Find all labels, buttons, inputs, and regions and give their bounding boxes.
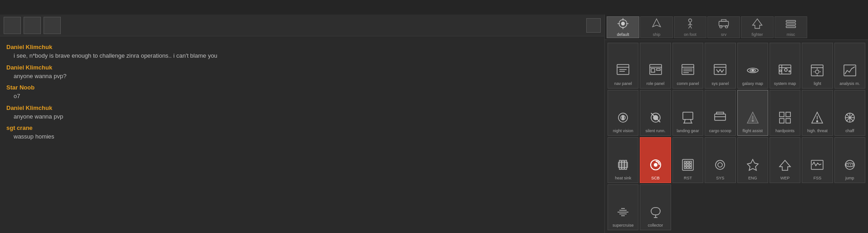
svg-rect-59 <box>683 112 693 119</box>
kb-icon-scb <box>648 158 663 174</box>
kb-label-sys: SYS <box>716 176 724 181</box>
kb-button-night-vision[interactable]: night vision <box>608 90 638 136</box>
svg-rect-19 <box>786 23 796 25</box>
chat-message: o7 <box>6 92 598 101</box>
tab-srv[interactable]: srv <box>707 16 740 38</box>
kb-button-sys[interactable]: SYS <box>705 137 736 183</box>
kb-button-collector[interactable]: collector <box>640 184 671 230</box>
kb-icon-galaxy-map <box>745 63 760 79</box>
kb-button-light[interactable]: light <box>802 43 833 89</box>
kb-button-role-panel[interactable]: role panel <box>640 43 671 89</box>
kb-button-supercruise[interactable]: supercruise <box>608 184 638 230</box>
keybind-panel: defaultshipon footsrvfightermisc nav pan… <box>605 15 868 233</box>
svg-rect-25 <box>650 64 662 74</box>
kb-label-heat-sink: heat sink <box>615 176 631 181</box>
chat-author: sgt crane <box>6 124 598 131</box>
kb-label-flight-assist: flight assist <box>742 129 763 134</box>
kb-label-scb: SCB <box>651 176 660 181</box>
kb-label-collector: collector <box>648 223 663 228</box>
svg-rect-45 <box>811 65 823 76</box>
tab-icon-misc <box>785 17 797 31</box>
tab-on_foot[interactable]: on foot <box>674 16 706 38</box>
main-area: Daniel Klimchuki see, n*body is brave en… <box>0 15 868 233</box>
svg-rect-82 <box>619 160 621 169</box>
tab-icon-fighter <box>751 17 764 31</box>
toolbar-right-button[interactable] <box>586 18 601 33</box>
minimize-button[interactable] <box>849 6 854 8</box>
tab-label-ship: ship <box>653 32 661 37</box>
svg-point-38 <box>752 69 754 71</box>
kb-button-flight-assist[interactable]: flight assist <box>737 90 768 136</box>
kb-button-galaxy-map[interactable]: galaxy map <box>737 43 768 89</box>
toolbar-down-button[interactable] <box>24 17 41 34</box>
svg-rect-63 <box>715 114 726 120</box>
category-tabs: defaultshipon footsrvfightermisc <box>605 15 868 40</box>
kb-label-eng: ENG <box>748 176 757 181</box>
kb-icon-silent-runn <box>648 110 663 127</box>
tab-icon-default <box>617 17 629 31</box>
svg-marker-17 <box>753 19 762 29</box>
tab-default[interactable]: default <box>607 16 639 38</box>
kb-button-scb[interactable]: SCB <box>640 137 671 183</box>
tab-icon-srv <box>717 17 730 31</box>
tab-ship[interactable]: ship <box>640 16 673 38</box>
svg-line-60 <box>684 119 685 123</box>
kb-button-sys-panel[interactable]: sys panel <box>705 43 736 89</box>
kb-button-system-map[interactable]: system map <box>770 43 800 89</box>
svg-rect-20 <box>786 26 796 28</box>
svg-marker-6 <box>652 19 661 27</box>
kb-icon-system-map <box>778 63 792 79</box>
kb-button-hardpoints[interactable]: hardpoints <box>770 90 800 136</box>
svg-rect-13 <box>719 21 729 26</box>
titlebar-controls <box>849 6 863 8</box>
svg-rect-93 <box>687 164 689 166</box>
svg-rect-94 <box>690 164 691 166</box>
kb-button-rst[interactable]: RST <box>672 137 703 183</box>
chat-message: anyone wanna pvp <box>6 112 598 121</box>
kb-icon-high-threat <box>810 110 824 127</box>
kb-label-system-map: system map <box>774 81 796 86</box>
keybind-grid: nav panelrole panelcomm panelsys panelga… <box>605 40 868 233</box>
chat-messages: Daniel Klimchuki see, n*body is brave en… <box>0 36 604 233</box>
svg-rect-52 <box>844 65 856 76</box>
kb-icon-nav-panel <box>616 63 630 79</box>
kb-icon-cargo-scoop <box>713 110 727 127</box>
kb-button-cargo-scoop[interactable]: cargo scoop <box>705 90 736 136</box>
toolbar-up-button[interactable] <box>4 17 21 34</box>
kb-label-high-threat: high. threat <box>807 129 828 134</box>
kb-button-fss[interactable]: FSS <box>802 137 833 183</box>
svg-point-87 <box>654 163 657 167</box>
svg-rect-102 <box>811 160 823 169</box>
kb-button-comm-panel[interactable]: comm panel <box>672 43 703 89</box>
kb-button-heat-sink[interactable]: heat sink <box>608 137 638 183</box>
kb-button-chaff[interactable]: chaff <box>834 90 865 136</box>
kb-button-jump[interactable]: jump <box>834 137 865 183</box>
kb-button-nav-panel[interactable]: nav panel <box>608 43 638 89</box>
kb-label-light: light <box>814 81 821 86</box>
kb-button-silent-runn[interactable]: silent runn. <box>640 90 671 136</box>
chat-panel: Daniel Klimchuki see, n*body is brave en… <box>0 15 605 233</box>
tab-misc[interactable]: misc <box>775 16 807 38</box>
svg-rect-16 <box>721 20 726 21</box>
svg-rect-85 <box>618 162 628 168</box>
titlebar <box>0 0 868 15</box>
svg-point-1 <box>622 22 625 25</box>
toolbar-left-button[interactable] <box>44 17 61 34</box>
kb-button-high-threat[interactable]: high. threat <box>802 90 833 136</box>
kb-label-hardpoints: hardpoints <box>775 129 794 134</box>
kb-label-role-panel: role panel <box>647 81 665 86</box>
kb-icon-sys <box>713 158 727 174</box>
svg-rect-89 <box>684 161 686 163</box>
close-button[interactable] <box>858 6 863 8</box>
svg-rect-91 <box>690 161 691 163</box>
kb-button-landing-gear[interactable]: landing gear <box>672 90 703 136</box>
svg-rect-27 <box>651 69 655 72</box>
svg-rect-73 <box>786 119 790 123</box>
kb-button-eng[interactable]: ENG <box>737 137 768 183</box>
svg-marker-100 <box>747 159 758 170</box>
kb-label-comm-panel: comm panel <box>677 81 699 86</box>
kb-button-analysis-m[interactable]: analysis m. <box>834 43 865 89</box>
kb-label-sys-panel: sys panel <box>711 81 729 86</box>
tab-fighter[interactable]: fighter <box>741 16 774 38</box>
kb-button-wep[interactable]: WEP <box>770 137 800 183</box>
